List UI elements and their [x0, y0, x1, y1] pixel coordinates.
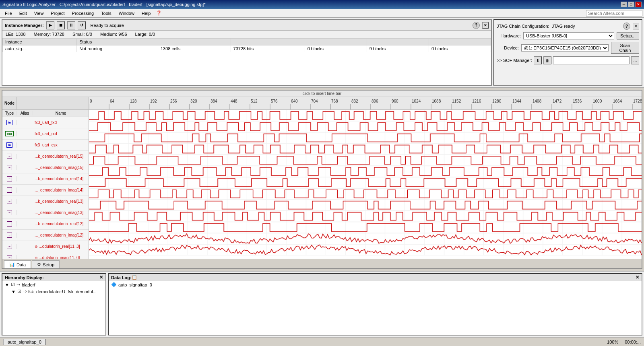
hierarchy-tree: ▼ ☑ ⇒ bladerf▼ ☑ ⇒ fsk_demodulator:U_fsk…	[2, 281, 105, 295]
tree-label: bladerf	[22, 282, 35, 287]
list-item[interactable]: ~...k_demodulatorin_real[13]	[2, 196, 89, 207]
signal-name: ...k_demodulatorin_real[13]	[33, 199, 89, 204]
list-item[interactable]: ~..._demodulatorin_imag[12]	[2, 230, 89, 241]
signal-type-badge: ~	[2, 154, 17, 159]
signal-name: fx3_uart_csx	[33, 143, 89, 147]
ready-status: Ready to acquire	[91, 23, 124, 28]
jtag-title: JTAG Chain Configuration: JTAG ready ? ✕	[497, 23, 639, 30]
ruler-canvas	[89, 97, 642, 110]
list-item[interactable]: ~⊕ ...odulatorin_real[11..0]	[2, 241, 89, 252]
hierarchy-titlebar: Hierarchy Display: ✕	[2, 274, 105, 281]
sof-more-button[interactable]: …	[631, 56, 639, 64]
table-cell: 9 blocks	[367, 45, 429, 52]
jtag-close-button[interactable]: ✕	[633, 23, 639, 29]
title-bar: SignalTap II Logic Analyzer - C:/project…	[0, 0, 644, 9]
menu-window[interactable]: Window	[116, 10, 138, 16]
hardware-select[interactable]: USB-Blaster [USB-0]	[523, 32, 614, 39]
signal-area: Node Type Alias Name infx3_uart_txdoutfx…	[2, 97, 642, 259]
list-item[interactable]: 🔷 auto_signaltap_0	[109, 281, 642, 288]
list-item[interactable]: ~..._demodulatorin_imag[14]	[2, 185, 89, 196]
hierarchy-close-button[interactable]: ✕	[99, 275, 103, 280]
scan-chain-button[interactable]: Scan Chain	[611, 42, 639, 54]
list-item[interactable]: infx3_uart_csx	[2, 140, 89, 151]
table-cell: Not running	[77, 45, 158, 52]
signal-name: ..._demodulatorin_imag[14]	[33, 188, 89, 192]
hierarchy-title: Hierarchy Display:	[5, 275, 44, 280]
menu-view[interactable]: View	[31, 10, 47, 16]
sof-file-display	[553, 56, 630, 64]
data-icon: 📊	[9, 262, 15, 267]
sof-load-button[interactable]: ⬇	[534, 56, 542, 64]
table-cell: 73728 bits	[231, 45, 305, 52]
wave-canvas[interactable]	[89, 110, 642, 255]
help-button[interactable]: ?	[473, 22, 480, 29]
menu-edit[interactable]: Edit	[16, 10, 30, 16]
menu-project[interactable]: Project	[47, 10, 68, 16]
setup-button[interactable]: Setup...	[617, 32, 639, 39]
stop-button[interactable]: ⏹	[57, 21, 65, 29]
signal-type-badge: ~	[2, 233, 17, 238]
device-select[interactable]: @1: EP3C16/EP4CE15 (0x020F20DD)	[521, 44, 609, 51]
signal-type-badge: ~	[2, 187, 17, 193]
tree-item[interactable]: ▼ ☑ ⇒ bladerf	[2, 281, 105, 288]
jtag-help-button[interactable]: ?	[623, 23, 630, 30]
tree-expand[interactable]: ▼	[11, 289, 16, 294]
list-item[interactable]: ~⊕ ...dulatorin_imag[11..0]	[2, 252, 89, 259]
data-log-title: Data Log:	[111, 275, 132, 280]
waveform-canvas[interactable]	[89, 97, 642, 259]
time-display: 00:00:...	[625, 340, 641, 344]
menu-tools[interactable]: Tools	[98, 10, 115, 16]
tree-checkbox[interactable]: ☑	[17, 289, 21, 294]
tab-setup[interactable]: ⚙ Setup	[32, 260, 60, 268]
tree-item[interactable]: ▼ ☑ ⇒ fsk_demodulator:U_fsk_demodul...	[2, 288, 105, 295]
list-item[interactable]: ~...k_demodulatorin_real[12]	[2, 218, 89, 230]
stat-les: LEs: 1308	[6, 32, 26, 37]
list-item[interactable]: ~...k_demodulatorin_real[14]	[2, 173, 89, 185]
tree-label: fsk_demodulator:U_fsk_demodul...	[28, 289, 97, 294]
maximize-button[interactable]: □	[628, 2, 634, 7]
menu-help[interactable]: Help	[138, 10, 154, 16]
list-item[interactable]: infx3_uart_txd	[2, 117, 89, 128]
data-log-close-button[interactable]: ✕	[636, 275, 639, 280]
signal-name: ..._demodulatorin_imag[13]	[33, 210, 89, 215]
tree-checkbox[interactable]: ☑	[11, 282, 15, 287]
zoom-level: 100%	[607, 340, 618, 344]
tree-expand[interactable]: ▼	[5, 282, 9, 287]
minimize-button[interactable]: ─	[621, 2, 627, 7]
panel-close-button[interactable]: ✕	[482, 22, 489, 29]
run-button[interactable]: ▶	[46, 21, 54, 29]
signal-name: fx3_uart_rxd	[33, 132, 89, 136]
close-button[interactable]: ✕	[635, 2, 642, 7]
hardware-row: Hardware: USB-Blaster [USB-0] Setup...	[497, 32, 639, 39]
list-item[interactable]: ~..._demodulatorin_imag[13]	[2, 207, 89, 218]
list-item[interactable]: ~...k_demodulatorin_real[15]	[2, 151, 89, 162]
stat-medium: Medium: 9/56	[100, 32, 127, 37]
signal-type-badge: ~	[2, 176, 17, 181]
table-row: auto_sig...Not running1308 cells73728 bi…	[3, 45, 491, 52]
menu-processing[interactable]: Processing	[69, 10, 97, 16]
table-cell: 0 blocks	[429, 45, 491, 52]
menu-file[interactable]: File	[2, 10, 15, 16]
signal-type-badge: ~	[2, 244, 17, 249]
tree-arrow: ⇒	[17, 282, 20, 287]
type-header: Type	[2, 111, 17, 115]
tab-data[interactable]: 📊 Data	[4, 260, 31, 269]
hardware-label: Hardware:	[497, 33, 521, 38]
jtag-config-label: JTAG Chain Configuration:	[497, 24, 549, 29]
ruler	[89, 97, 642, 110]
col-les	[158, 39, 231, 45]
status-tab[interactable]: auto_signaltap_0	[3, 339, 46, 345]
col-status: Status	[77, 39, 158, 45]
list-item[interactable]: ~..._demodulatorin_imag[15]	[2, 162, 89, 173]
list-item[interactable]: outfx3_uart_rxd	[2, 128, 89, 140]
sof-delete-button[interactable]: 🗑	[543, 56, 551, 64]
col-medium	[367, 39, 429, 45]
stat-small: Small: 0/0	[72, 32, 92, 37]
col-memory	[231, 39, 305, 45]
table-cell: auto_sig...	[3, 45, 77, 52]
search-input[interactable]	[586, 10, 642, 16]
pause-button[interactable]: ⏸	[67, 21, 75, 29]
autorun-button[interactable]: ↺	[78, 21, 86, 29]
timebar-hint[interactable]: click to insert time bar	[2, 91, 642, 97]
signal-name: ...k_demodulatorin_real[15]	[33, 154, 89, 159]
